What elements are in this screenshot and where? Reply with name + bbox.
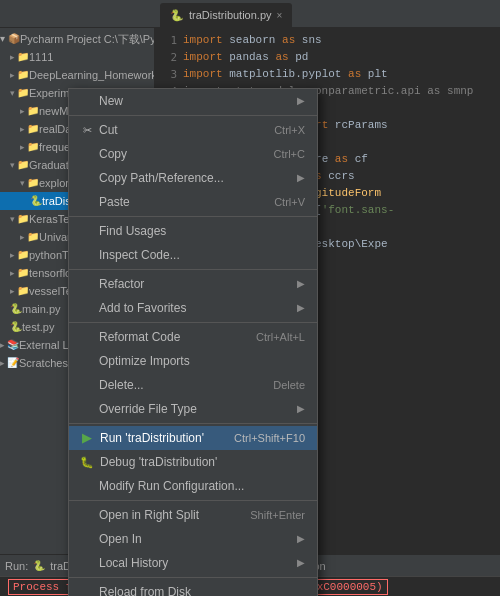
folder-icon: 📁 xyxy=(17,265,29,281)
tab-bar: 🐍 traDistribution.py × xyxy=(0,0,500,28)
submenu-arrow: ▶ xyxy=(297,554,305,572)
expand-arrow: ▸ xyxy=(10,283,15,299)
expand-arrow: ▸ xyxy=(10,247,15,263)
expand-arrow: ▸ xyxy=(10,49,15,65)
menu-item-add-favorites[interactable]: Add to Favorites ▶ xyxy=(69,296,317,320)
folder-icon: 📁 xyxy=(17,157,29,173)
expand-arrow: ▸ xyxy=(0,355,5,371)
menu-item-delete[interactable]: Delete... Delete xyxy=(69,373,317,397)
menu-item-cut[interactable]: ✂ Cut Ctrl+X xyxy=(69,118,317,142)
tree-item-1111[interactable]: ▸ 📁 1111 xyxy=(0,48,154,66)
tree-item-root[interactable]: ▾ 📦 Pycharm Project C:\下载\Pyc xyxy=(0,30,154,48)
menu-label: Reformat Code xyxy=(99,328,180,346)
menu-label: Optimize Imports xyxy=(99,352,190,370)
submenu-arrow: ▶ xyxy=(297,299,305,317)
expand-arrow: ▸ xyxy=(20,139,25,155)
shortcut-label: Delete xyxy=(273,376,305,394)
menu-item-new[interactable]: New ▶ xyxy=(69,89,317,113)
menu-item-modify-run-config[interactable]: Modify Run Configuration... xyxy=(69,474,317,498)
menu-item-run[interactable]: ▶ Run 'traDistribution' Ctrl+Shift+F10 xyxy=(69,426,317,450)
tab-close-button[interactable]: × xyxy=(277,10,283,21)
menu-label: Refactor xyxy=(99,275,144,293)
expand-arrow: ▸ xyxy=(10,67,15,83)
expand-arrow: ▸ xyxy=(20,229,25,245)
folder-icon: 📁 xyxy=(17,247,29,263)
tree-item-deeplearning[interactable]: ▸ 📁 DeepLearning_Homework xyxy=(0,66,154,84)
submenu-arrow: ▶ xyxy=(297,92,305,110)
item-label: DeepLearning_Homework xyxy=(29,67,154,83)
menu-item-open-right-split[interactable]: Open in Right Split Shift+Enter xyxy=(69,503,317,527)
menu-label: Open In xyxy=(99,530,142,548)
menu-label: Copy Path/Reference... xyxy=(99,169,224,187)
shortcut-label: Shift+Enter xyxy=(250,506,305,524)
expand-arrow: ▸ xyxy=(10,265,15,281)
tab-icon: 🐍 xyxy=(170,9,184,22)
menu-label: Copy xyxy=(99,145,127,163)
menu-label: Open in Right Split xyxy=(99,506,199,524)
folder-icon: 📁 xyxy=(27,229,39,245)
run-label: Run: xyxy=(5,560,28,572)
context-menu[interactable]: New ▶ ✂ Cut Ctrl+X Copy Ctrl+C xyxy=(68,88,318,596)
menu-item-find-usages[interactable]: Find Usages xyxy=(69,219,317,243)
menu-label: Run 'traDistribution' xyxy=(100,429,204,447)
submenu-arrow: ▶ xyxy=(297,275,305,293)
folder-icon: 📝 xyxy=(7,355,19,371)
menu-item-reformat[interactable]: Reformat Code Ctrl+Alt+L xyxy=(69,325,317,349)
ide-container: 🐍 traDistribution.py × ▾ 📦 Pycharm Proje… xyxy=(0,0,500,596)
shortcut-label: Ctrl+Shift+F10 xyxy=(234,429,305,447)
separator xyxy=(69,423,317,424)
submenu-arrow: ▶ xyxy=(297,530,305,548)
shortcut-label: Ctrl+X xyxy=(274,121,305,139)
tab-tradistribution[interactable]: 🐍 traDistribution.py × xyxy=(160,3,292,27)
menu-item-debug[interactable]: 🐛 Debug 'traDistribution' xyxy=(69,450,317,474)
code-line-1: 1 import seaborn as sns xyxy=(155,32,500,49)
expand-arrow: ▾ xyxy=(10,211,15,227)
folder-icon: 📚 xyxy=(7,337,19,353)
menu-label: Reload from Disk xyxy=(99,583,191,596)
folder-icon: 📁 xyxy=(27,103,39,119)
project-label: Pycharm Project C:\下载\Pyc xyxy=(20,31,154,47)
separator xyxy=(69,115,317,116)
shortcut-label: Ctrl+V xyxy=(274,193,305,211)
folder-icon: 📁 xyxy=(17,67,29,83)
run-file-icon: 🐍 xyxy=(33,560,45,571)
file-icon: 🐍 xyxy=(10,301,22,317)
menu-label: Inspect Code... xyxy=(99,246,180,264)
menu-label: Paste xyxy=(99,193,130,211)
item-label: test.py xyxy=(22,319,54,335)
folder-icon: 📁 xyxy=(27,175,39,191)
expand-arrow: ▸ xyxy=(20,103,25,119)
debug-icon: 🐛 xyxy=(79,453,95,471)
menu-label: Override File Type xyxy=(99,400,197,418)
menu-label: Delete... xyxy=(99,376,144,394)
expand-arrow: ▾ xyxy=(20,175,25,191)
separator xyxy=(69,322,317,323)
menu-label: Find Usages xyxy=(99,222,166,240)
folder-icon: 📁 xyxy=(17,85,29,101)
menu-item-copy[interactable]: Copy Ctrl+C xyxy=(69,142,317,166)
menu-item-local-history[interactable]: Local History ▶ xyxy=(69,551,317,575)
menu-item-optimize-imports[interactable]: Optimize Imports xyxy=(69,349,317,373)
folder-icon: 📁 xyxy=(17,211,29,227)
menu-item-refactor[interactable]: Refactor ▶ xyxy=(69,272,317,296)
folder-icon: 📁 xyxy=(17,283,29,299)
menu-item-override-file-type[interactable]: Override File Type ▶ xyxy=(69,397,317,421)
menu-item-copy-path[interactable]: Copy Path/Reference... ▶ xyxy=(69,166,317,190)
folder-icon: 📁 xyxy=(17,49,29,65)
submenu-arrow: ▶ xyxy=(297,169,305,187)
menu-item-inspect-code[interactable]: Inspect Code... xyxy=(69,243,317,267)
item-label: 1111 xyxy=(29,49,53,65)
submenu-arrow: ▶ xyxy=(297,400,305,418)
code-line-3: 3 import matplotlib.pyplot as plt xyxy=(155,66,500,83)
separator xyxy=(69,269,317,270)
menu-item-open-in[interactable]: Open In ▶ xyxy=(69,527,317,551)
separator xyxy=(69,500,317,501)
separator xyxy=(69,216,317,217)
tab-label: traDistribution.py xyxy=(189,9,272,21)
menu-item-reload[interactable]: Reload from Disk xyxy=(69,580,317,596)
expand-arrow: ▾ xyxy=(10,157,15,173)
expand-arrow: ▾ xyxy=(10,85,15,101)
folder-icon: 📁 xyxy=(27,139,39,155)
menu-item-paste[interactable]: Paste Ctrl+V xyxy=(69,190,317,214)
cut-icon: ✂ xyxy=(79,121,95,139)
